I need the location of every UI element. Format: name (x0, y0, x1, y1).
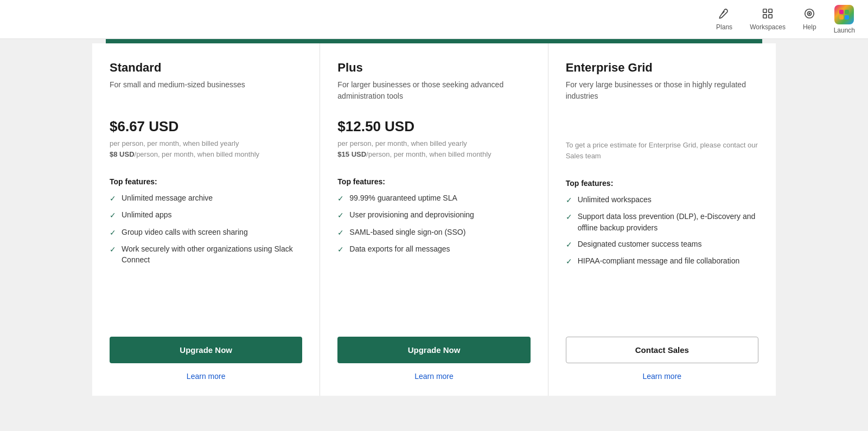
feature-list-standard: ✓ Unlimited message archive ✓ Unlimited … (110, 192, 302, 319)
plan-name-plus: Plus (337, 61, 530, 75)
feature-item: ✓ Unlimited apps (110, 209, 302, 221)
feature-list-enterprise: ✓ Unlimited workspaces ✓ Support data lo… (566, 194, 758, 319)
plan-name-enterprise: Enterprise Grid (566, 61, 758, 75)
feature-item: ✓ 99.99% guaranteed uptime SLA (337, 192, 530, 204)
plan-card-plus: Plus For larger businesses or those seek… (320, 43, 548, 396)
nav-item-workspaces[interactable]: Workspaces (750, 8, 786, 31)
nav-items: Plans Workspaces Help (716, 5, 855, 34)
svg-rect-1 (769, 9, 772, 12)
plans-label: Plans (716, 23, 732, 31)
feature-item: ✓ Data exports for all messages (337, 243, 530, 255)
help-icon (803, 8, 815, 21)
upgrade-button-plus[interactable]: Upgrade Now (337, 337, 530, 363)
plan-price-sub-plus: per person, per month, when billed yearl… (337, 138, 530, 164)
top-nav: Plans Workspaces Help (0, 0, 868, 39)
check-icon: ✓ (337, 244, 344, 255)
svg-rect-9 (839, 15, 844, 20)
feature-item: ✓ User provisioning and deprovisioning (337, 209, 530, 221)
feature-item: ✓ Group video calls with screen sharing (110, 227, 302, 238)
launch-app-icon (834, 5, 854, 24)
svg-point-6 (809, 13, 810, 14)
plan-price-sub-standard: per person, per month, when billed yearl… (110, 138, 302, 164)
card-actions-enterprise: Contact Sales Learn more (566, 337, 758, 383)
check-icon: ✓ (110, 193, 116, 204)
plan-desc-standard: For small and medium-sized businesses (110, 79, 302, 105)
rocket-icon (718, 8, 730, 21)
check-icon: ✓ (337, 227, 344, 238)
nav-item-plans[interactable]: Plans (716, 8, 732, 31)
feature-item: ✓ Designated customer success teams (566, 239, 758, 250)
contact-sales-button[interactable]: Contact Sales (566, 337, 758, 363)
check-icon: ✓ (110, 227, 116, 238)
plan-desc-enterprise: For very large businesses or those in hi… (566, 79, 758, 105)
card-actions-standard: Upgrade Now Learn more (110, 337, 302, 383)
features-label-enterprise: Top features: (566, 179, 758, 188)
feature-item: ✓ SAML-based single sign-on (SSO) (337, 227, 530, 238)
nav-item-help[interactable]: Help (803, 8, 816, 31)
feature-item: ✓ HIPAA-compliant message and file colla… (566, 255, 758, 267)
check-icon: ✓ (337, 193, 344, 204)
learn-more-plus[interactable]: Learn more (337, 370, 530, 383)
svg-rect-0 (763, 9, 767, 12)
check-icon: ✓ (337, 210, 344, 221)
feature-item: ✓ Work securely with other organizations… (110, 243, 302, 266)
feature-list-plus: ✓ 99.99% guaranteed uptime SLA ✓ User pr… (337, 192, 530, 319)
plan-card-enterprise: Enterprise Grid For very large businesse… (548, 43, 776, 396)
pricing-cards: Standard For small and medium-sized busi… (92, 43, 776, 396)
features-label-plus: Top features: (337, 177, 530, 186)
plan-price-plus: $12.50 USD (337, 118, 530, 135)
check-icon: ✓ (110, 210, 116, 221)
launch-label: Launch (834, 27, 855, 34)
card-actions-plus: Upgrade Now Learn more (337, 337, 530, 383)
learn-more-enterprise[interactable]: Learn more (566, 370, 758, 383)
svg-rect-3 (769, 15, 772, 18)
plan-contact-note-enterprise: To get a price estimate for Enterprise G… (566, 140, 758, 166)
feature-item: ✓ Unlimited workspaces (566, 194, 758, 205)
check-icon: ✓ (566, 211, 572, 222)
plan-name-standard: Standard (110, 61, 302, 75)
green-bar-wrapper (0, 39, 868, 43)
feature-item: ✓ Unlimited message archive (110, 192, 302, 204)
check-icon: ✓ (566, 195, 572, 205)
plan-price-standard: $6.67 USD (110, 118, 302, 135)
features-label-standard: Top features: (110, 177, 302, 186)
workspaces-label: Workspaces (750, 23, 786, 31)
plan-card-standard: Standard For small and medium-sized busi… (92, 43, 320, 396)
check-icon: ✓ (566, 239, 572, 250)
check-icon: ✓ (110, 244, 116, 255)
grid-icon (762, 8, 774, 21)
feature-item: ✓ Support data loss prevention (DLP), e-… (566, 211, 758, 233)
plan-desc-plus: For larger businesses or those seeking a… (337, 79, 530, 105)
upgrade-button-standard[interactable]: Upgrade Now (110, 337, 302, 363)
svg-rect-2 (763, 15, 767, 18)
cards-wrapper: Standard For small and medium-sized busi… (0, 43, 868, 417)
svg-rect-8 (845, 10, 849, 14)
learn-more-standard[interactable]: Learn more (110, 370, 302, 383)
green-bar (106, 39, 762, 43)
svg-rect-10 (845, 15, 849, 20)
help-label: Help (803, 23, 816, 31)
nav-item-launch[interactable]: Launch (834, 5, 855, 34)
check-icon: ✓ (566, 256, 572, 267)
svg-rect-7 (839, 10, 844, 14)
